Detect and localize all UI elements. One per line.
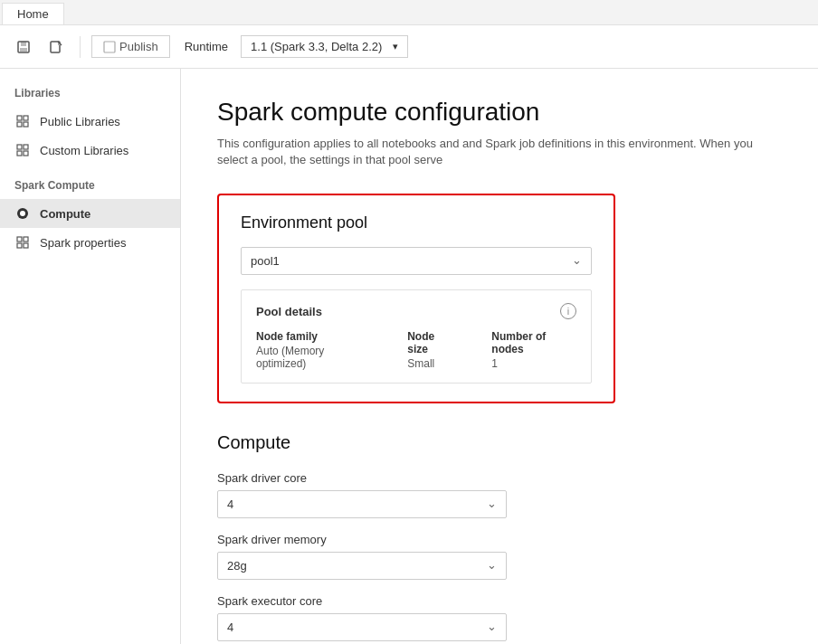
sidebar-libraries-section: Libraries: [0, 83, 180, 107]
spark-driver-core-selector[interactable]: 4: [217, 490, 507, 518]
publish-label: Publish: [119, 40, 158, 53]
node-size-value: Small: [407, 357, 455, 370]
sidebar-item-custom-libraries[interactable]: Custom Libraries: [0, 136, 180, 165]
node-size-col: Node size Small: [407, 330, 455, 370]
toolbar-divider: [80, 36, 81, 58]
sidebar-spark-section: Spark Compute: [0, 175, 180, 199]
grid-icon: [14, 113, 31, 129]
svg-rect-2: [20, 48, 27, 52]
svg-rect-9: [17, 145, 22, 149]
custom-libraries-label: Custom Libraries: [40, 144, 128, 157]
sidebar: Libraries Public Libraries Custom Librar…: [0, 69, 181, 644]
pool-details-title: Pool details: [256, 305, 322, 318]
grid-icon-2: [14, 142, 31, 158]
spark-driver-memory-group: Spark driver memory 28g: [217, 533, 782, 580]
spark-driver-memory-dropdown[interactable]: 28g: [218, 553, 506, 579]
svg-rect-11: [17, 151, 22, 156]
compute-icon: [14, 205, 31, 222]
svg-rect-6: [24, 116, 28, 120]
node-family-label: Node family: [256, 330, 371, 343]
svg-rect-16: [24, 237, 28, 242]
svg-rect-12: [24, 151, 28, 156]
runtime-selector[interactable]: Runtime 1.1 (Spark 3.3, Delta 2.2) ▾: [185, 35, 409, 58]
pool-selector[interactable]: pool1: [241, 247, 592, 275]
spark-executor-core-label: Spark executor core: [217, 594, 782, 608]
svg-rect-8: [24, 122, 28, 127]
tab-bar: Home: [0, 0, 818, 25]
sidebar-item-spark-properties[interactable]: Spark properties: [0, 228, 180, 257]
pool-dropdown[interactable]: pool1: [242, 248, 591, 274]
spark-executor-core-selector[interactable]: 4: [217, 613, 507, 641]
publish-icon: [103, 41, 116, 53]
public-libraries-label: Public Libraries: [40, 115, 120, 128]
spark-properties-icon: [14, 234, 31, 251]
spark-executor-core-dropdown[interactable]: 4: [218, 614, 506, 640]
node-size-label: Node size: [407, 330, 455, 355]
publish-button[interactable]: Publish: [91, 35, 170, 58]
svg-rect-5: [17, 116, 22, 120]
num-nodes-value: 1: [491, 357, 576, 370]
main-layout: Libraries Public Libraries Custom Librar…: [0, 69, 818, 644]
chevron-down-icon: ▾: [393, 41, 398, 52]
export-icon: [49, 40, 63, 54]
pool-details-box: Pool details i Node family Auto (Memory …: [241, 289, 592, 384]
svg-rect-7: [17, 122, 22, 127]
toolbar: Publish Runtime 1.1 (Spark 3.3, Delta 2.…: [0, 25, 818, 69]
svg-rect-18: [24, 243, 28, 248]
pool-details-header: Pool details i: [256, 303, 576, 319]
environment-pool-card: Environment pool pool1 Pool details i No…: [217, 194, 615, 403]
export-button[interactable]: [43, 34, 69, 60]
compute-label: Compute: [40, 207, 90, 221]
sidebar-item-compute[interactable]: Compute: [0, 199, 180, 228]
sidebar-item-public-libraries[interactable]: Public Libraries: [0, 107, 180, 136]
spark-properties-label: Spark properties: [40, 236, 126, 250]
compute-section-title: Compute: [217, 432, 782, 453]
svg-rect-4: [104, 42, 115, 52]
num-nodes-col: Number of nodes 1: [491, 330, 576, 370]
pool-details-grid: Node family Auto (Memory optimized) Node…: [256, 330, 576, 370]
spark-driver-core-dropdown[interactable]: 4: [218, 491, 506, 517]
svg-rect-10: [24, 145, 28, 149]
node-family-value: Auto (Memory optimized): [256, 345, 371, 370]
svg-rect-1: [21, 42, 26, 46]
runtime-dropdown[interactable]: 1.1 (Spark 3.3, Delta 2.2) ▾: [241, 35, 408, 58]
spark-executor-core-group: Spark executor core 4: [217, 594, 782, 641]
svg-point-14: [20, 211, 25, 216]
env-pool-title: Environment pool: [241, 213, 592, 232]
info-icon[interactable]: i: [560, 303, 576, 319]
svg-rect-17: [17, 243, 22, 248]
runtime-label: Runtime: [185, 40, 228, 53]
page-subtitle: This configuration applies to all notebo…: [217, 136, 782, 168]
page-title: Spark compute configuration: [217, 98, 782, 127]
spark-driver-core-group: Spark driver core 4: [217, 471, 782, 518]
spark-driver-core-label: Spark driver core: [217, 471, 782, 485]
spark-driver-memory-label: Spark driver memory: [217, 533, 782, 546]
runtime-version: 1.1 (Spark 3.3, Delta 2.2): [251, 40, 382, 53]
save-icon: [16, 40, 31, 54]
svg-rect-15: [17, 237, 22, 242]
node-family-col: Node family Auto (Memory optimized): [256, 330, 371, 370]
spark-driver-memory-selector[interactable]: 28g: [217, 552, 507, 580]
content-area: Spark compute configuration This configu…: [181, 69, 818, 644]
tab-home[interactable]: Home: [2, 3, 64, 24]
save-button[interactable]: [11, 34, 36, 60]
num-nodes-label: Number of nodes: [491, 330, 576, 355]
